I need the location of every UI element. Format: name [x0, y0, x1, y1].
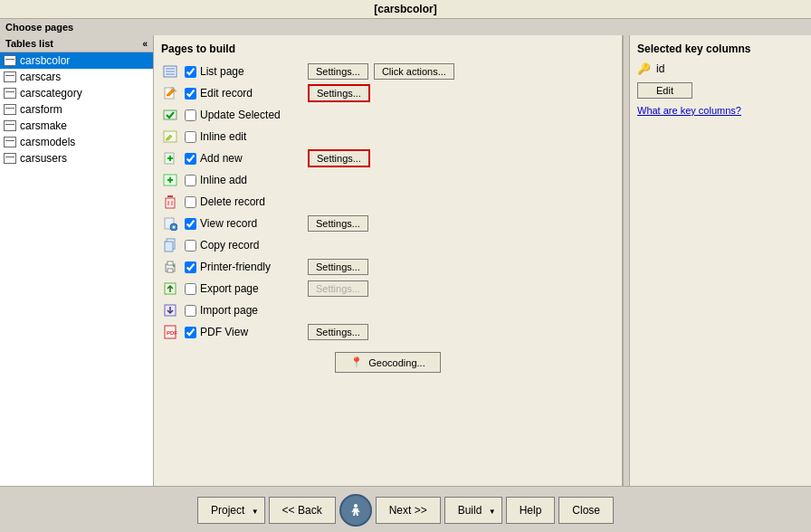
page-row-printer-friendly: Printer-friendlySettings...	[161, 258, 615, 276]
delete-record-label: Delete record	[200, 195, 265, 208]
page-row-inline-edit: Inline edit	[161, 128, 615, 146]
sidebar-items-list: carsbcolorcarscarscarscategorycarsformca…	[0, 52, 153, 166]
next-main-button[interactable]	[339, 494, 372, 527]
sidebar: Tables list « carsbcolorcarscarscarscate…	[0, 35, 154, 486]
update-selected-checkbox-container: Update Selected	[185, 109, 302, 121]
printer-friendly-checkbox[interactable]	[185, 261, 196, 273]
build-button[interactable]: Build ▼	[444, 497, 502, 524]
sidebar-item-carscategory[interactable]: carscategory	[0, 85, 153, 101]
pdf-view-checkbox-container: PDF View	[185, 326, 302, 338]
what-are-key-columns-link[interactable]: What are key columns?	[637, 105, 741, 116]
import-page-checkbox[interactable]	[185, 305, 196, 317]
edit-record-label: Edit record	[200, 87, 253, 100]
view-record-settings-button[interactable]: Settings...	[308, 215, 368, 232]
page-row-copy-record: Copy record	[161, 236, 615, 254]
close-button[interactable]: Close	[558, 497, 614, 524]
table-icon	[4, 153, 16, 164]
svg-rect-20	[167, 269, 173, 272]
inline-add-checkbox[interactable]	[185, 175, 196, 186]
runner-icon	[348, 503, 363, 518]
printer-friendly-settings-button[interactable]: Settings...	[308, 259, 368, 275]
page-row-list-page: List pageSettings...Click actions...	[161, 62, 615, 81]
edit-record-checkbox-container: Edit record	[185, 87, 302, 100]
edit-key-button[interactable]: Edit	[637, 82, 692, 99]
inline-edit-checkbox-container: Inline edit	[185, 130, 302, 143]
inline-edit-label: Inline edit	[200, 130, 246, 143]
sidebar-item-carsform[interactable]: carsform	[0, 101, 153, 118]
page-rows-container: List pageSettings...Click actions...Edit…	[161, 62, 615, 341]
inline-edit-icon	[161, 128, 179, 146]
svg-point-15	[173, 226, 176, 229]
delete-record-icon	[161, 193, 179, 211]
sidebar-item-carsmake[interactable]: carsmake	[0, 118, 153, 134]
project-button[interactable]: Project ▼	[197, 497, 265, 524]
edit-key-label: Edit	[656, 85, 673, 96]
update-selected-label: Update Selected	[200, 109, 281, 121]
sidebar-item-carsmodels[interactable]: carsmodels	[0, 134, 153, 150]
close-label: Close	[572, 504, 600, 517]
key-field-label: id	[656, 62, 664, 75]
edit-record-icon	[161, 84, 179, 102]
sidebar-item-carsbcolor[interactable]: carsbcolor	[0, 52, 153, 69]
next-button[interactable]: Next >>	[376, 497, 441, 524]
page-row-export-page: Export pageSettings...	[161, 280, 615, 298]
export-page-settings-button: Settings...	[308, 280, 368, 297]
export-page-checkbox[interactable]	[185, 283, 196, 295]
page-row-pdf-view: PDFPDF ViewSettings...	[161, 323, 615, 341]
add-new-checkbox[interactable]	[185, 153, 196, 165]
pdf-view-settings-button[interactable]: Settings...	[308, 324, 368, 340]
geocoding-label: Geocoding...	[368, 357, 425, 368]
table-icon	[4, 55, 16, 66]
sidebar-item-carscars[interactable]: carscars	[0, 69, 153, 85]
add-new-settings-button[interactable]: Settings...	[308, 149, 370, 167]
key-columns-header: Selected key columns	[637, 43, 804, 55]
add-new-checkbox-container: Add new	[185, 152, 302, 165]
splitter[interactable]	[623, 35, 630, 486]
list-page-checkbox-container: List page	[185, 65, 302, 78]
svg-rect-5	[164, 110, 177, 119]
next-label: Next >>	[389, 504, 427, 517]
page-row-update-selected: Update Selected	[161, 106, 615, 124]
view-record-checkbox-container: View record	[185, 217, 302, 230]
update-selected-icon	[161, 106, 179, 124]
list-page-settings-button[interactable]: Settings...	[308, 63, 368, 80]
view-record-icon	[161, 214, 179, 233]
build-dropdown-arrow: ▼	[489, 508, 496, 516]
list-page-label: List page	[200, 65, 244, 78]
list-page-click-actions-button[interactable]: Click actions...	[374, 63, 454, 80]
copy-record-checkbox[interactable]	[185, 240, 196, 252]
help-button[interactable]: Help	[506, 497, 556, 524]
view-record-checkbox[interactable]	[185, 218, 196, 230]
edit-record-checkbox[interactable]	[185, 88, 196, 100]
sidebar-item-label: carsusers	[20, 152, 67, 165]
list-page-icon	[161, 62, 179, 81]
update-selected-checkbox[interactable]	[185, 109, 196, 121]
inline-add-checkbox-container: Inline add	[185, 174, 302, 186]
printer-friendly-icon	[161, 258, 179, 276]
inline-add-icon	[161, 171, 179, 189]
page-row-view-record: View recordSettings...	[161, 214, 615, 233]
inline-edit-checkbox[interactable]	[185, 131, 196, 143]
copy-record-label: Copy record	[200, 239, 259, 252]
pdf-view-label: PDF View	[200, 326, 248, 338]
list-page-checkbox[interactable]	[185, 66, 196, 78]
sidebar-collapse-button[interactable]: «	[142, 39, 148, 49]
project-dropdown-arrow: ▼	[252, 508, 259, 516]
inline-add-label: Inline add	[200, 174, 247, 186]
back-button[interactable]: << Back	[269, 497, 336, 524]
sidebar-item-carsusers[interactable]: carsusers	[0, 150, 153, 166]
svg-rect-9	[166, 198, 175, 208]
sidebar-item-label: carsbcolor	[20, 54, 70, 67]
sidebar-item-label: carscategory	[20, 87, 82, 100]
import-page-icon	[161, 301, 179, 319]
pdf-view-checkbox[interactable]	[185, 327, 196, 338]
key-icon: 🔑	[637, 62, 651, 75]
edit-record-settings-button[interactable]: Settings...	[308, 84, 370, 102]
sidebar-title: Tables list	[5, 38, 53, 49]
add-new-icon	[161, 149, 179, 167]
back-label: << Back	[282, 504, 322, 517]
delete-record-checkbox[interactable]	[185, 196, 196, 208]
geocoding-button[interactable]: 📍 Geocoding...	[335, 352, 440, 373]
sidebar-item-label: carscars	[20, 71, 61, 83]
import-page-label: Import page	[200, 304, 258, 317]
